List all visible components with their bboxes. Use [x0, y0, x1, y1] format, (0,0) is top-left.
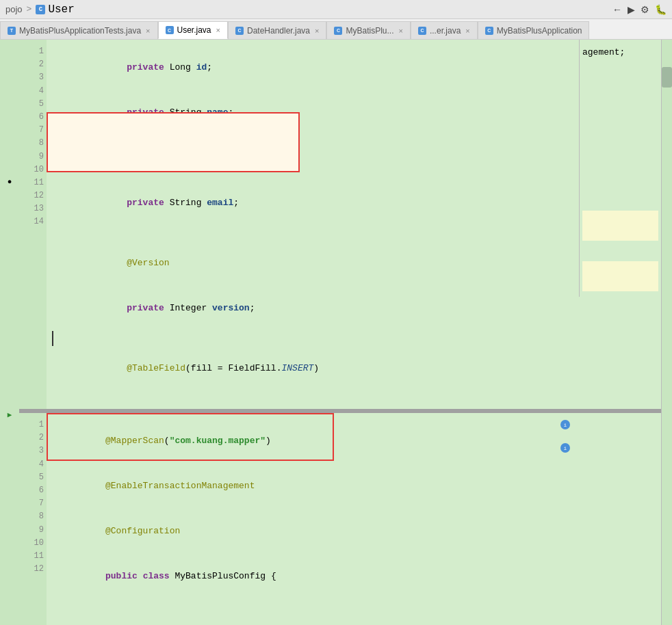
- code-line-6: @Version: [52, 241, 661, 286]
- line-numbers-bottom: 12345 678910 1112: [19, 413, 47, 625]
- tab-label-date: DateHandler.java: [247, 26, 310, 36]
- tab-close-plus[interactable]: ×: [399, 27, 403, 35]
- top-pane: 12345 678910 11121314 private Long id; p…: [19, 40, 661, 409]
- code-line-3: private Integer age;: [52, 135, 661, 181]
- main-content: ● ▶ 12345 678910 11121314 private Long i…: [0, 40, 672, 625]
- right-scrollbar[interactable]: [661, 40, 672, 625]
- title-bar: pojo > C User ← ▶ ⚙ 🐛: [0, 0, 672, 19]
- back-button[interactable]: ←: [612, 4, 622, 15]
- run-button[interactable]: ▶: [628, 4, 635, 15]
- tab-label-app: MyBatisPlusApplication: [497, 26, 582, 36]
- tab-icon-app: C: [485, 27, 493, 35]
- gear-button[interactable]: ⚙: [641, 4, 649, 15]
- file-name: User: [48, 3, 74, 16]
- tab-label-plus: MyBatisPlu...: [346, 26, 393, 36]
- tab-icon-er: C: [418, 27, 426, 35]
- tab-datehandler[interactable]: C DateHandler.java ×: [228, 21, 327, 39]
- tab-label-er: ...er.java: [430, 26, 461, 36]
- tab-close-er[interactable]: ×: [465, 27, 469, 35]
- tab-mybatisplus-tests[interactable]: T MyBatisPlusApplicationTests.java ×: [0, 21, 158, 39]
- right-line-1: agement;: [582, 45, 658, 60]
- bottom-line-2: @EnableTransactionManagement: [52, 464, 661, 509]
- code-line-1: private Long id;: [52, 45, 661, 90]
- tab-close-tests[interactable]: ×: [146, 27, 150, 35]
- tab-close-user[interactable]: ×: [216, 26, 220, 34]
- gutter-icon-2: ▶: [4, 409, 15, 420]
- breadcrumb-sep: >: [27, 4, 32, 14]
- tab-icon-user: C: [166, 26, 174, 34]
- tab-close-date[interactable]: ×: [315, 27, 319, 35]
- class-icon: C: [36, 5, 45, 14]
- tab-er[interactable]: C ...er.java ×: [411, 21, 478, 39]
- tab-icon-date: C: [235, 27, 244, 35]
- tab-mybatisplus[interactable]: C MyBatisPlu... ×: [326, 21, 410, 39]
- editor-container: 12345 678910 11121314 private Long id; p…: [19, 40, 661, 625]
- scrollbar-thumb[interactable]: [662, 67, 672, 88]
- code-line-2: private String name;: [52, 90, 661, 135]
- gutter-icon-1: ●: [4, 176, 15, 187]
- code-line-8: [52, 331, 661, 346]
- debug-button[interactable]: 🐛: [655, 4, 667, 15]
- code-line-5: [52, 226, 661, 241]
- tab-label-tests: MyBatisPlusApplicationTests.java: [19, 26, 141, 36]
- tab-app[interactable]: C MyBatisPlusApplication: [478, 21, 590, 39]
- tab-user[interactable]: C User.java ×: [158, 21, 228, 39]
- left-gutter: ● ▶: [0, 40, 19, 625]
- code-line-10: private Date createTime;: [52, 391, 661, 409]
- bottom-line-3: @Configuration: [52, 509, 661, 554]
- code-line-9: @TableField(fill = FieldFill.INSERT): [52, 346, 661, 391]
- tab-label-user: User.java: [177, 25, 211, 35]
- code-top: private Long id; private String name; pr…: [47, 40, 661, 409]
- bottom-line-1: @MapperScan("com.kuang.mapper"): [52, 418, 661, 464]
- bottom-pane: 12345 678910 1112 @MapperScan("com.kuang…: [19, 413, 661, 625]
- code-line-4: private String email;: [52, 181, 661, 226]
- code-line-7: private Integer version;: [52, 286, 661, 331]
- project-label: pojo: [5, 4, 23, 14]
- tab-icon-tests: T: [8, 27, 16, 35]
- line-numbers-top: 12345 678910 11121314: [19, 40, 47, 409]
- file-label: C User: [36, 3, 74, 16]
- tab-icon-plus: C: [334, 27, 342, 35]
- tab-bar: T MyBatisPlusApplicationTests.java × C U…: [0, 19, 672, 40]
